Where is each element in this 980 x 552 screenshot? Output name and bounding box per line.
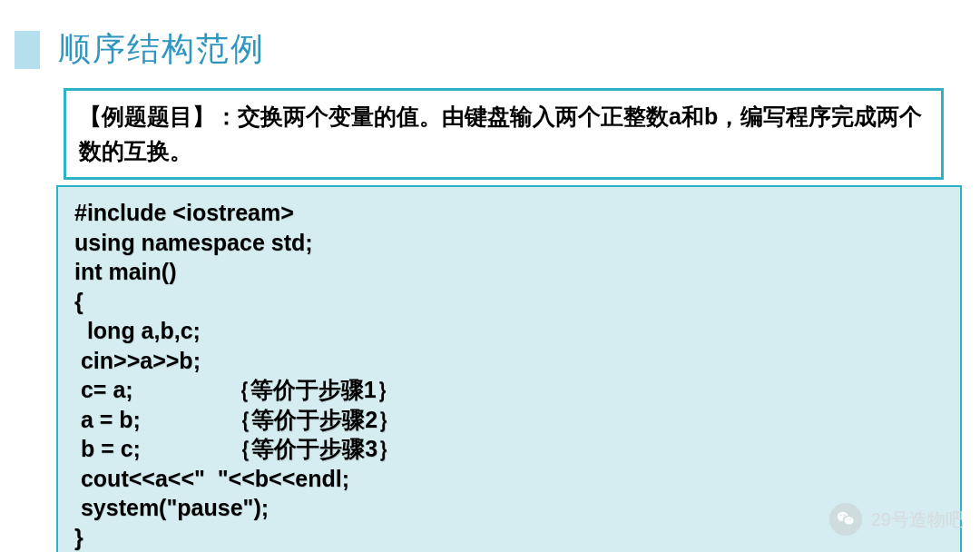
code-box: #include <iostream> using namespace std;… — [56, 185, 962, 552]
slide-title: 顺序结构范例 — [58, 27, 265, 72]
code-line: c= a; ｛等价于步骤1｝ — [74, 375, 944, 405]
watermark: 29号造物吧 — [829, 503, 964, 536]
code-line: b = c; ｛等价于步骤3｝ — [74, 434, 944, 464]
watermark-text: 29号造物吧 — [871, 508, 964, 532]
problem-text: 【例题题目】：交换两个变量的值。由键盘输入两个正整数a和b，编写程序完成两个数的… — [79, 100, 928, 168]
problem-box: 【例题题目】：交换两个变量的值。由键盘输入两个正整数a和b，编写程序完成两个数的… — [64, 88, 944, 180]
code-line: } — [74, 523, 944, 553]
code-line: cin>>a>>b; — [74, 346, 944, 376]
code-line: using namespace std; — [74, 228, 944, 258]
title-marker — [15, 31, 40, 69]
code-line: a = b; ｛等价于步骤2｝ — [74, 405, 944, 435]
code-line: #include <iostream> — [74, 198, 944, 228]
code-line: { — [74, 287, 944, 317]
code-line: system("pause"); — [74, 493, 944, 523]
code-line: int main() — [74, 257, 944, 287]
wechat-icon — [829, 503, 862, 536]
code-line: cout<<a<<" "<<b<<endl; — [74, 464, 944, 494]
code-line: long a,b,c; — [74, 316, 944, 346]
title-bar: 顺序结构范例 — [0, 0, 980, 88]
